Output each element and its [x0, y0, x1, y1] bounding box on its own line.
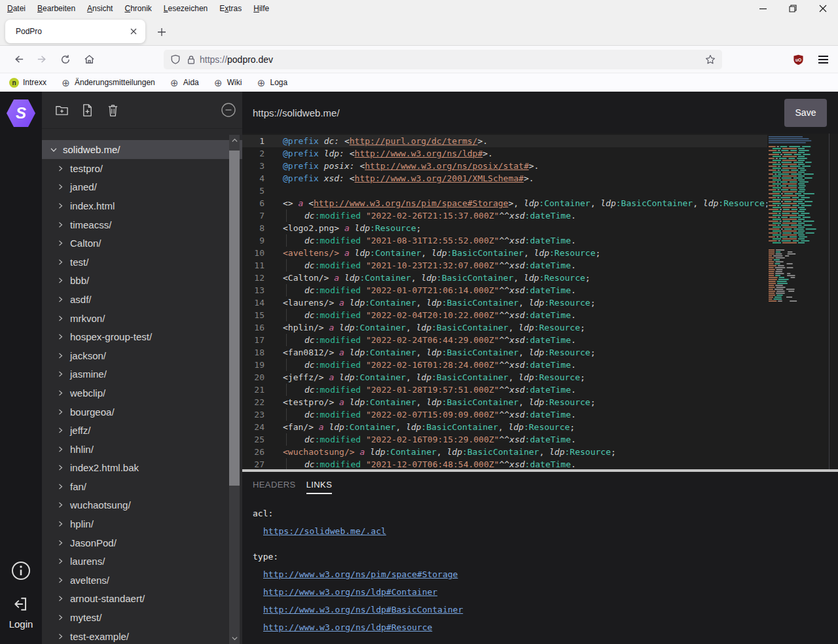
tree-item[interactable]: testpro/: [42, 159, 242, 178]
code-line: dc:modified "2022-02-04T20:10:22.000Z"^^…: [283, 309, 767, 321]
resource-url[interactable]: https://solidweb.me/: [253, 107, 340, 118]
chevron-right-icon: [56, 482, 65, 491]
code-line: dc:modified "2021-08-31T12:55:52.000Z"^^…: [283, 234, 767, 247]
minimize-button[interactable]: [748, 0, 778, 17]
tree-item[interactable]: hplin/: [42, 514, 242, 533]
tree-item[interactable]: aveltens/: [42, 571, 242, 590]
ublock-extension-button[interactable]: uO: [788, 50, 808, 69]
tree-item[interactable]: index2.html.bak: [42, 459, 242, 478]
back-button[interactable]: [8, 49, 29, 70]
scroll-up-icon[interactable]: [229, 137, 240, 144]
tree-item[interactable]: hospex-group-test/: [42, 327, 242, 346]
podpro-logo[interactable]: S: [7, 99, 35, 127]
tree-item[interactable]: jackson/: [42, 346, 242, 365]
tree-item[interactable]: jasmine/: [42, 365, 242, 384]
shield-icon: [170, 54, 181, 65]
link-url[interactable]: https://solidweb.me/.acl: [263, 526, 386, 536]
menu-item[interactable]: Datei: [1, 0, 31, 17]
bookmark-star-button[interactable]: [705, 54, 716, 65]
tab-close-button[interactable]: [126, 24, 141, 39]
tree-item[interactable]: index.html: [42, 196, 242, 215]
login-button[interactable]: Login: [0, 596, 42, 630]
code-line: @prefix posix: <http://www.w3.org/ns/pos…: [283, 160, 767, 172]
menu-item[interactable]: Bearbeiten: [31, 0, 81, 17]
tree-item-label: wuchaotsung/: [70, 499, 131, 510]
new-folder-button[interactable]: [54, 103, 69, 117]
tree-item[interactable]: webclip/: [42, 384, 242, 402]
circle-minus-icon: [221, 103, 236, 117]
tree-item[interactable]: janed/: [42, 178, 242, 197]
home-button[interactable]: [79, 49, 100, 70]
tree-item[interactable]: asdf/: [42, 290, 242, 309]
panel-tab[interactable]: LINKS: [306, 480, 333, 494]
tree-item[interactable]: test-example/: [42, 627, 242, 644]
tree-item[interactable]: bourgeoa/: [42, 402, 242, 421]
info-button[interactable]: [0, 560, 42, 581]
menu-item[interactable]: Hilfe: [247, 0, 275, 17]
code-line: <hplin/> a ldp:Container, ldp:BasicConta…: [283, 321, 767, 334]
tree-item[interactable]: Calton/: [42, 234, 242, 253]
login-label: Login: [0, 618, 42, 630]
bookmark-item[interactable]: Loga: [256, 78, 287, 88]
new-file-button[interactable]: [80, 103, 94, 117]
scroll-down-icon[interactable]: [229, 635, 240, 642]
tree-item[interactable]: wuchaotsung/: [42, 496, 242, 515]
file-tree-panel: solidweb.me/ testpro/ janed/ index.html: [42, 92, 242, 644]
line-number: 5: [242, 185, 270, 197]
line-number: 17: [242, 334, 270, 346]
link-url[interactable]: http://www.w3.org/ns/pim/space#Storage: [263, 569, 458, 579]
tree-item[interactable]: hhlin/: [42, 440, 242, 459]
tree-scrollbar-thumb[interactable]: [229, 151, 240, 486]
delete-button[interactable]: [105, 103, 120, 117]
tree-item[interactable]: jeffz/: [42, 421, 242, 440]
bookmark-item[interactable]: Änderungsmitteilungen: [61, 78, 155, 88]
app-menu-button[interactable]: [813, 50, 833, 69]
svg-text:uO: uO: [795, 57, 801, 62]
tree-item[interactable]: mytest/: [42, 608, 242, 627]
line-number: 21: [242, 384, 270, 396]
tree-item[interactable]: arnout-standaert/: [42, 590, 242, 609]
panel-tab[interactable]: HEADERS: [253, 480, 296, 494]
forward-button[interactable]: [31, 49, 52, 70]
tree-root-item[interactable]: solidweb.me/: [42, 140, 242, 159]
line-number: 27: [242, 458, 270, 469]
chevron-right-icon: [56, 332, 65, 341]
code-line: @prefix ldp: <http://www.w3.org/ns/ldp#>…: [283, 147, 767, 160]
url-bar[interactable]: https://podpro.dev: [164, 50, 722, 69]
tree-item[interactable]: JasonPod/: [42, 533, 242, 552]
editor-minimap[interactable]: [767, 135, 826, 468]
editor-code[interactable]: @prefix dc: <http://purl.org/dc/terms/>.…: [270, 135, 767, 469]
line-number: 23: [242, 408, 270, 421]
chevron-right-icon: [56, 557, 65, 565]
menu-item[interactable]: Ansicht: [81, 0, 118, 17]
bookmark-item[interactable]: Intrexx: [9, 78, 46, 88]
bookmark-item[interactable]: Wiki: [213, 78, 242, 88]
restore-button[interactable]: [778, 0, 808, 17]
tree-item[interactable]: fan/: [42, 477, 242, 496]
tree-item[interactable]: bbb/: [42, 272, 242, 291]
menu-item[interactable]: Extras: [213, 0, 247, 17]
code-editor[interactable]: 1234567891011121314151617181920212223242…: [242, 134, 838, 469]
link-url[interactable]: http://www.w3.org/ns/ldp#Resource: [263, 622, 432, 632]
link-url[interactable]: http://www.w3.org/ns/ldp#Container: [263, 587, 437, 597]
menu-item[interactable]: Chronik: [118, 0, 157, 17]
line-number: 10: [242, 247, 270, 259]
line-number: 25: [242, 433, 270, 446]
tree-item[interactable]: test/: [42, 253, 242, 272]
line-number: 9: [242, 234, 270, 247]
tree-item[interactable]: laurens/: [42, 552, 242, 571]
bookmark-item[interactable]: Aida: [170, 78, 199, 88]
browser-tab[interactable]: PodPro: [5, 20, 145, 43]
save-button[interactable]: Save: [784, 99, 827, 127]
tree-scrollbar[interactable]: [229, 135, 240, 644]
menu-item[interactable]: Lesezeichen: [158, 0, 213, 17]
link-url[interactable]: http://www.w3.org/ns/ldp#BasicContainer: [263, 605, 463, 615]
close-window-button[interactable]: [808, 0, 838, 17]
folder-plus-icon: [55, 103, 69, 117]
tree-item[interactable]: timeacss/: [42, 215, 242, 234]
reload-button[interactable]: [55, 49, 76, 70]
tree-item[interactable]: mrkvon/: [42, 309, 242, 328]
details-panel: HEADERSLINKS acl: https://solidweb.me/.a…: [242, 472, 838, 644]
collapse-all-button[interactable]: [221, 103, 236, 117]
new-tab-button[interactable]: [153, 24, 170, 41]
